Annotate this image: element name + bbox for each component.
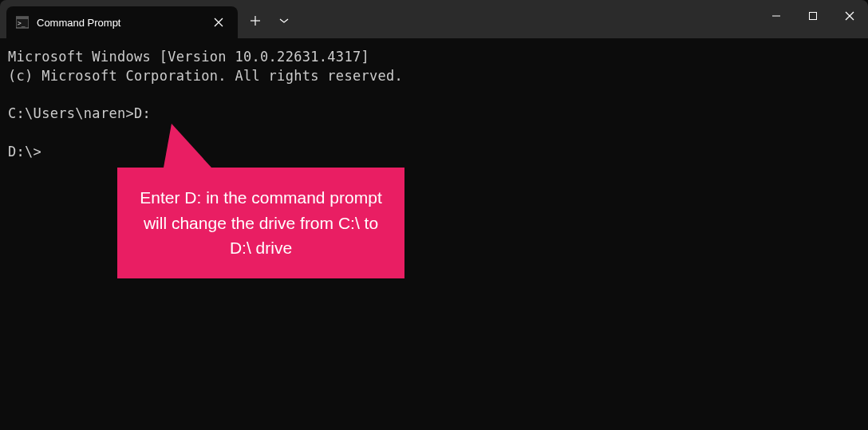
tab-title: Command Prompt [37, 17, 209, 29]
tab-close-button[interactable] [209, 13, 228, 32]
window-controls [758, 0, 868, 32]
close-window-button[interactable] [831, 0, 868, 32]
active-tab[interactable]: >_ Command Prompt [6, 6, 238, 38]
titlebar: >_ Command Prompt [0, 0, 868, 38]
minimize-button[interactable] [758, 0, 795, 32]
cmd-icon: >_ [16, 16, 29, 29]
user-input: D: [134, 105, 151, 121]
prompt-path: C:\Users\naren> [8, 105, 134, 121]
maximize-button[interactable] [795, 0, 831, 32]
terminal-output[interactable]: Microsoft Windows [Version 10.0.22631.43… [0, 38, 868, 172]
tab-dropdown-button[interactable] [270, 6, 298, 35]
svg-rect-1 [16, 17, 29, 19]
annotation-callout: Enter D: in the command prompt will chan… [117, 168, 404, 278]
svg-rect-8 [810, 13, 817, 20]
output-line: (c) Microsoft Corporation. All rights re… [8, 68, 403, 84]
annotation-text: Enter D: in the command prompt will chan… [140, 188, 381, 257]
svg-text:>_: >_ [18, 20, 26, 27]
output-line: Microsoft Windows [Version 10.0.22631.43… [8, 49, 369, 65]
new-tab-button[interactable] [241, 6, 270, 35]
svg-marker-11 [164, 124, 211, 168]
prompt-path: D:\> [8, 144, 41, 160]
